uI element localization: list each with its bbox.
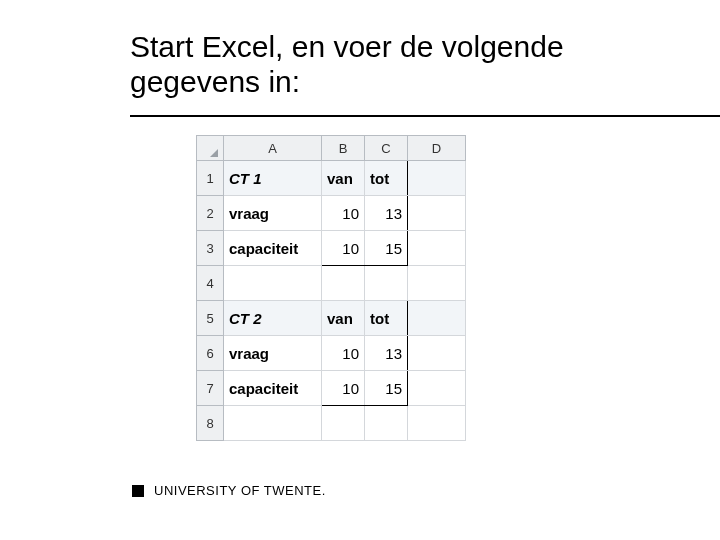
cell-d4[interactable] [408, 266, 466, 301]
table-row: 7 capaciteit 10 15 [197, 371, 466, 406]
cell-b2[interactable]: 10 [322, 196, 365, 231]
table-row: 6 vraag 10 13 [197, 336, 466, 371]
cell-b6[interactable]: 10 [322, 336, 365, 371]
cell-a6[interactable]: vraag [224, 336, 322, 371]
cell-b3[interactable]: 10 [322, 231, 365, 266]
row-header-1[interactable]: 1 [197, 161, 224, 196]
row-header-5[interactable]: 5 [197, 301, 224, 336]
cell-a8[interactable] [224, 406, 322, 441]
table-row: 8 [197, 406, 466, 441]
table-row: 5 CT 2 van tot [197, 301, 466, 336]
cell-b8[interactable] [322, 406, 365, 441]
column-header-a[interactable]: A [224, 136, 322, 161]
cell-a7[interactable]: capaciteit [224, 371, 322, 406]
row-header-7[interactable]: 7 [197, 371, 224, 406]
university-logo-icon [132, 485, 144, 497]
cell-d6[interactable] [408, 336, 466, 371]
cell-b1[interactable]: van [322, 161, 365, 196]
cell-c5[interactable]: tot [365, 301, 408, 336]
cell-d8[interactable] [408, 406, 466, 441]
cell-c7[interactable]: 15 [365, 371, 408, 406]
cell-b4[interactable] [322, 266, 365, 301]
cell-d1[interactable] [408, 161, 466, 196]
university-name: UNIVERSITY OF TWENTE. [154, 483, 326, 498]
column-header-c[interactable]: C [365, 136, 408, 161]
excel-snippet: A B C D 1 CT 1 van tot 2 vraag 10 13 3 c… [196, 135, 476, 441]
row-header-8[interactable]: 8 [197, 406, 224, 441]
row-header-4[interactable]: 4 [197, 266, 224, 301]
select-all-triangle-icon [210, 149, 218, 157]
footer: UNIVERSITY OF TWENTE. [132, 483, 326, 498]
cell-c1[interactable]: tot [365, 161, 408, 196]
row-header-3[interactable]: 3 [197, 231, 224, 266]
cell-c3[interactable]: 15 [365, 231, 408, 266]
cell-d3[interactable] [408, 231, 466, 266]
table-row: 1 CT 1 van tot [197, 161, 466, 196]
cell-a1[interactable]: CT 1 [224, 161, 322, 196]
slide-title: Start Excel, en voer de volgende gegeven… [130, 30, 660, 99]
cell-b7[interactable]: 10 [322, 371, 365, 406]
spreadsheet-grid: A B C D 1 CT 1 van tot 2 vraag 10 13 3 c… [196, 135, 466, 441]
select-all-corner[interactable] [197, 136, 224, 161]
cell-d2[interactable] [408, 196, 466, 231]
cell-a3[interactable]: capaciteit [224, 231, 322, 266]
cell-a5[interactable]: CT 2 [224, 301, 322, 336]
table-row: 4 [197, 266, 466, 301]
cell-b5[interactable]: van [322, 301, 365, 336]
column-header-b[interactable]: B [322, 136, 365, 161]
cell-c8[interactable] [365, 406, 408, 441]
table-row: 3 capaciteit 10 15 [197, 231, 466, 266]
cell-d5[interactable] [408, 301, 466, 336]
table-row: 2 vraag 10 13 [197, 196, 466, 231]
cell-c2[interactable]: 13 [365, 196, 408, 231]
row-header-6[interactable]: 6 [197, 336, 224, 371]
column-header-row: A B C D [197, 136, 466, 161]
cell-a4[interactable] [224, 266, 322, 301]
cell-c4[interactable] [365, 266, 408, 301]
cell-c6[interactable]: 13 [365, 336, 408, 371]
cell-d7[interactable] [408, 371, 466, 406]
cell-a2[interactable]: vraag [224, 196, 322, 231]
row-header-2[interactable]: 2 [197, 196, 224, 231]
column-header-d[interactable]: D [408, 136, 466, 161]
title-underline [130, 115, 720, 117]
